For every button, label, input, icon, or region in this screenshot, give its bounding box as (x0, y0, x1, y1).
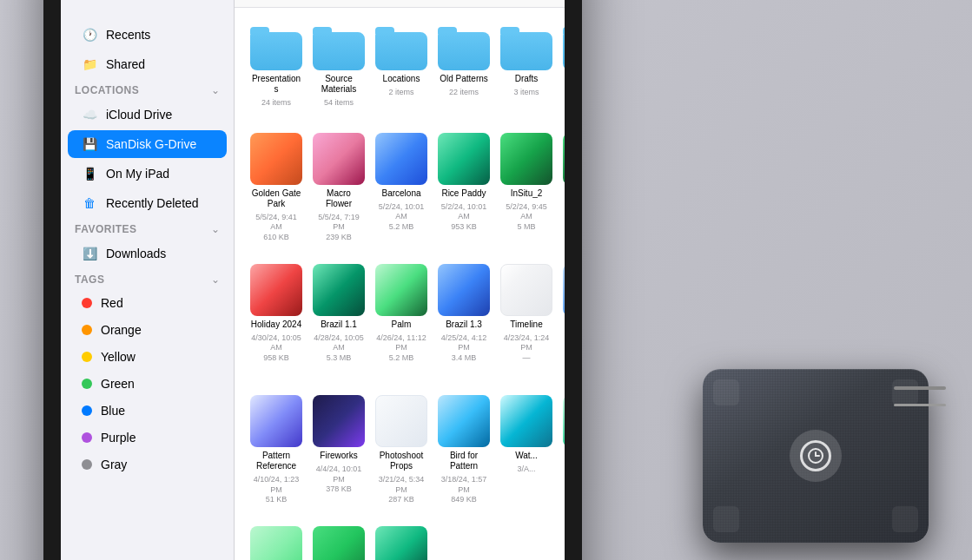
file-name: Pattern Reference (250, 451, 302, 471)
folder-item[interactable]: Drafts 3 items (499, 22, 554, 114)
file-name: Golden Gate Park (250, 188, 302, 209)
file-item[interactable]: Tha... — (374, 521, 429, 560)
more-button[interactable]: ⊕ (208, 0, 223, 3)
file-name: Photoshoot Props (375, 451, 427, 471)
file-name: InSitu_2 (511, 188, 543, 199)
file-name: Brazil 1.3 (446, 320, 482, 330)
tag-label: Red (101, 296, 123, 310)
shared-label: Shared (106, 57, 145, 71)
sidebar-item-recents[interactable]: 🕐 Recents (68, 21, 227, 49)
sidebar-item-tag-gray[interactable]: Gray (68, 451, 227, 478)
file-name: Palm (392, 320, 412, 330)
downloads-label: Downloads (106, 247, 166, 260)
tag-dot (82, 352, 92, 362)
file-item[interactable]: Barcelona 5/2/24, 10:01 AM5.2 MB (374, 128, 429, 248)
file-meta: 5/2/24, 9:45 AM5 MB (500, 202, 552, 233)
drive-body (703, 369, 929, 543)
sidebar-item-tag-blue[interactable]: Blue (68, 398, 227, 424)
folder-item[interactable]: Locations 2 items (374, 22, 429, 114)
icloud-icon: ☁️ (82, 107, 97, 122)
file-thumbnail (250, 526, 302, 560)
app-container: Files ⊕ 🕐 Recents 📁 Shared (61, 0, 565, 560)
folder-icon (375, 27, 427, 70)
file-meta: 4/30/24, 10:05 AM958 KB (250, 333, 302, 364)
folder-icon (500, 27, 552, 70)
file-item[interactable]: Rice Paddy 5/2/24, 10:01 AM953 KB (436, 128, 492, 248)
drive-logo (790, 430, 842, 482)
file-meta: 3/21/24, 5:34 PM287 KB (375, 475, 427, 505)
sidebar-item-sandisk[interactable]: 💾 SanDisk G-Drive (68, 130, 227, 158)
file-item[interactable]: Brazil 1.3 4/25/24, 4:12 PM3.4 MB (436, 259, 492, 379)
tags-collapse[interactable]: ⌄ (211, 273, 220, 286)
sidebar-item-deleted[interactable]: 🗑 Recently Deleted (68, 189, 227, 217)
sidebar-item-onipad[interactable]: 📱 On My iPad (68, 160, 227, 188)
folder-body (563, 32, 565, 70)
sidebar-item-tag-orange[interactable]: Orange (68, 317, 227, 343)
file-meta: 4/22/24, 8:52 PM— (563, 333, 565, 364)
file-thumbnail (563, 264, 565, 316)
file-item[interactable]: Mexico 4/22/24, 8:52 PM— (561, 259, 565, 379)
file-thumbnail (250, 395, 302, 447)
file-item[interactable]: Golden Gate Park 5/5/24, 9:41 AM610 KB (248, 128, 304, 248)
tag-label: Green (101, 377, 135, 391)
tag-dot (82, 459, 92, 470)
file-item[interactable]: Macro Flower 5/5/24, 7:19 PM239 KB (311, 128, 367, 248)
sidebar-item-tag-purple[interactable]: Purple (68, 425, 227, 451)
sidebar-item-icloud[interactable]: ☁️ iCloud Drive (68, 101, 227, 128)
folder-item[interactable]: Research 55 items (561, 22, 565, 114)
folder-body (375, 32, 427, 70)
file-meta: 4/23/24, 1:24 PM— (500, 333, 552, 364)
folder-count: 3 items (513, 88, 539, 98)
favorites-collapse[interactable]: ⌄ (211, 223, 220, 235)
file-item[interactable]: Timeline 4/23/24, 1:24 PM— (499, 259, 554, 379)
tag-dot (82, 432, 92, 443)
file-item[interactable]: Palm 4/26/24, 11:12 PM5.2 MB (374, 259, 429, 379)
file-item[interactable]: Holiday 2024 4/30/24, 10:05 AM958 KB (248, 259, 304, 379)
recents-icon: 🕐 (82, 27, 97, 43)
deleted-icon: 🗑 (82, 195, 97, 211)
file-item[interactable]: Brazil 1.2 — (561, 390, 565, 511)
files-grid: Golden Gate Park 5/5/24, 9:41 AM610 KB M… (248, 128, 551, 560)
folder-item[interactable]: Presentations 24 items (248, 22, 304, 114)
file-item[interactable]: Argentina — (248, 521, 304, 560)
folder-name: Old Patterns (440, 74, 488, 84)
file-item[interactable]: InSitu_2 5/2/24, 9:45 AM5 MB (499, 128, 554, 248)
locations-collapse[interactable]: ⌄ (211, 84, 220, 96)
sidebar-item-shared[interactable]: 📁 Shared (68, 50, 227, 78)
file-item[interactable]: Bird for Pattern 3/18/24, 1:57 PM849 KB (436, 390, 492, 511)
file-meta: 5/5/24, 9:41 AM610 KB (250, 213, 302, 243)
file-item[interactable]: InSitu_3 5/2/24, 9:42 AM5 MB (561, 128, 565, 248)
ipad-device: 9:41 AM Tue May 7 📶 100% 🔋 Files ⊕ (43, 0, 582, 560)
file-item[interactable]: Fireworks 4/4/24, 10:01 PM378 KB (311, 390, 367, 511)
main-content: ‹ › SanDisk G-Drive ☁ ⊞ (235, 0, 565, 560)
file-thumbnail (313, 526, 365, 560)
file-item[interactable]: Brazil 1.1 4/28/24, 10:05 AM5.3 MB (311, 259, 367, 379)
tags-list: Red Orange Yellow Green Blue Purple Gray (61, 289, 234, 478)
folder-item[interactable]: Old Patterns 22 items (436, 22, 492, 114)
sidebar-item-tag-green[interactable]: Green (68, 371, 227, 397)
folder-count: 2 items (388, 88, 413, 98)
app-title: Files (71, 0, 150, 13)
tag-label: Yellow (101, 350, 136, 364)
sidebar-item-downloads[interactable]: ⬇️ Downloads (68, 240, 227, 267)
file-name: Timeline (510, 320, 542, 330)
file-item[interactable]: Photoshoot Props 3/21/24, 5:34 PM287 KB (374, 390, 429, 511)
toolbar: ‹ › SanDisk G-Drive ☁ ⊞ (235, 0, 565, 8)
folder-item[interactable]: Source Materials 54 items (311, 22, 367, 114)
folder-count: 22 items (449, 88, 479, 98)
favorites-section: Favorites ⌄ (61, 218, 234, 239)
tag-label: Blue (101, 404, 125, 418)
file-meta: 3/18/24, 1:57 PM849 KB (438, 475, 490, 505)
file-thumbnail (313, 133, 365, 185)
sidebar-item-tag-red[interactable]: Red (68, 290, 227, 316)
g-logo-svg (807, 447, 824, 464)
folder-count: 54 items (324, 98, 354, 109)
folder-name: Source Materials (313, 74, 365, 95)
drive-corner-bl (713, 506, 739, 532)
drive-logo-inner (800, 440, 831, 471)
tags-label: Tags (75, 273, 104, 286)
file-item[interactable]: Wat... 3/A... (499, 390, 554, 511)
sidebar-item-tag-yellow[interactable]: Yellow (68, 344, 227, 370)
file-item[interactable]: Fern 22 — (311, 521, 367, 560)
file-item[interactable]: Pattern Reference 4/10/24, 1:23 PM51 KB (248, 390, 304, 511)
